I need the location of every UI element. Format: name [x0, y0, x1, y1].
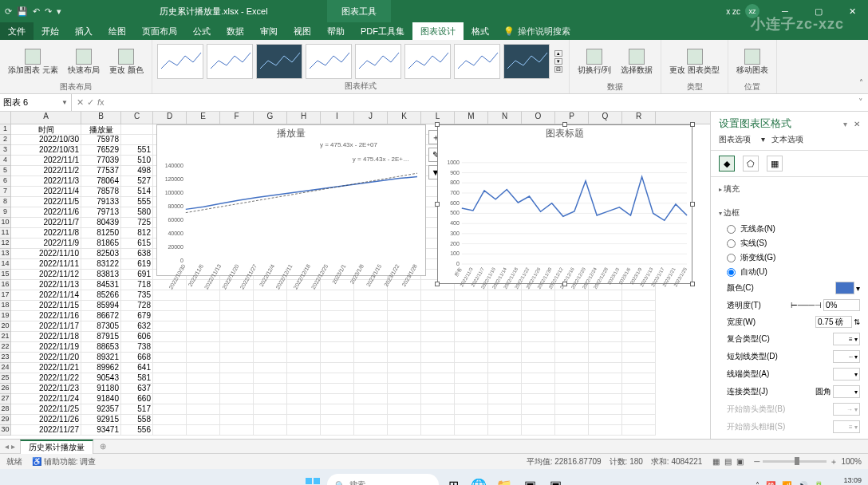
cell[interactable] [321, 404, 354, 415]
cell[interactable] [287, 353, 321, 363]
cell[interactable] [388, 311, 421, 321]
taskbar-search[interactable]: 🔍搜索 [327, 474, 439, 485]
col-header[interactable]: A [11, 112, 81, 124]
cell[interactable]: 632 [121, 321, 153, 332]
cell[interactable] [388, 332, 421, 342]
cell[interactable]: 92915 [81, 415, 121, 425]
cell[interactable] [622, 384, 656, 394]
cell[interactable] [488, 311, 522, 321]
cell[interactable] [421, 311, 455, 321]
cell[interactable] [421, 394, 455, 404]
cell[interactable] [153, 384, 187, 394]
cell[interactable] [220, 404, 254, 415]
cell[interactable]: 551 [121, 145, 153, 156]
pane-tab-chart-options[interactable]: 图表选项 [719, 135, 751, 144]
color-picker[interactable] [835, 282, 854, 294]
cell[interactable]: 619 [121, 259, 153, 270]
cell[interactable] [220, 301, 254, 311]
cell[interactable] [421, 415, 455, 425]
cell[interactable]: 2022/11/11 [11, 259, 81, 270]
row-header[interactable]: 27 [0, 394, 11, 404]
cell[interactable]: 84531 [81, 280, 121, 290]
cell[interactable] [220, 321, 254, 332]
cell[interactable] [321, 342, 354, 353]
add-sheet-button[interactable]: ⊕ [93, 442, 112, 451]
cell[interactable] [388, 384, 421, 394]
row-header[interactable]: 24 [0, 363, 11, 373]
cell[interactable] [354, 394, 388, 404]
cell[interactable] [589, 332, 622, 342]
cell[interactable] [589, 415, 622, 425]
cell[interactable] [354, 415, 388, 425]
undo-icon[interactable]: ↶ [33, 6, 40, 17]
cell[interactable] [220, 415, 254, 425]
cap-type-dd[interactable]: ▾ [833, 368, 860, 381]
cell[interactable] [522, 353, 555, 363]
cell[interactable]: 2022/11/7 [11, 218, 81, 228]
cell[interactable]: 81250 [81, 228, 121, 239]
cell[interactable] [388, 415, 421, 425]
chart-style-thumb[interactable] [207, 44, 253, 79]
cell[interactable]: 87915 [81, 332, 121, 342]
start-button[interactable] [302, 474, 324, 485]
cell[interactable]: 498 [121, 166, 153, 176]
cell[interactable] [187, 353, 220, 363]
row-header[interactable]: 26 [0, 384, 11, 394]
chart-title[interactable]: 图表标题 [438, 125, 692, 142]
tab-PDF工具集[interactable]: PDF工具集 [353, 22, 412, 40]
cell[interactable] [187, 301, 220, 311]
col-header[interactable]: P [555, 112, 589, 124]
cell[interactable] [187, 394, 220, 404]
cell[interactable] [287, 342, 321, 353]
tab-帮助[interactable]: 帮助 [319, 22, 353, 40]
cell[interactable] [555, 321, 589, 332]
cell[interactable]: 2022/11/13 [11, 280, 81, 290]
cell[interactable] [522, 311, 555, 321]
cell[interactable] [187, 363, 220, 373]
cell[interactable] [254, 384, 287, 394]
cell[interactable] [187, 415, 220, 425]
chart-style-thumb[interactable] [157, 44, 203, 79]
cell[interactable] [488, 394, 522, 404]
cell[interactable] [354, 301, 388, 311]
cell[interactable] [153, 342, 187, 353]
cell[interactable]: 87305 [81, 321, 121, 332]
cell[interactable] [220, 363, 254, 373]
cell[interactable]: 660 [121, 394, 153, 404]
row-header[interactable]: 23 [0, 353, 11, 363]
col-header[interactable]: B [81, 112, 121, 124]
cell[interactable] [555, 404, 589, 415]
cell[interactable]: 2022/11/3 [11, 176, 81, 187]
tab-数据[interactable]: 数据 [219, 22, 252, 40]
cell[interactable] [321, 384, 354, 394]
chart-style-thumb[interactable] [404, 44, 451, 79]
cell[interactable]: 615 [121, 239, 153, 249]
cell[interactable] [421, 384, 455, 394]
cell[interactable] [287, 363, 321, 373]
cell[interactable]: 86672 [81, 311, 121, 321]
cell[interactable]: 668 [121, 353, 153, 363]
cell[interactable]: 517 [121, 404, 153, 415]
cell[interactable] [321, 301, 354, 311]
cell[interactable] [522, 404, 555, 415]
cell[interactable] [622, 415, 656, 425]
join-type-dd[interactable]: ▾ [833, 385, 860, 398]
cell[interactable] [555, 415, 589, 425]
cell[interactable] [455, 404, 488, 415]
cell[interactable] [321, 332, 354, 342]
compound-type-dd[interactable]: ≡ ▾ [833, 333, 860, 345]
cell[interactable] [455, 373, 488, 384]
cell[interactable]: 76529 [81, 145, 121, 156]
cell[interactable] [121, 135, 153, 145]
cell[interactable] [488, 373, 522, 384]
cell[interactable]: 2022/11/6 [11, 207, 81, 218]
cell[interactable] [287, 425, 321, 436]
cell[interactable] [522, 321, 555, 332]
cell[interactable] [153, 321, 187, 332]
explorer-icon[interactable]: 📁 [493, 474, 515, 485]
cell[interactable] [488, 353, 522, 363]
cell[interactable] [388, 301, 421, 311]
cell[interactable] [287, 415, 321, 425]
width-input[interactable] [815, 316, 852, 328]
cell[interactable] [354, 311, 388, 321]
